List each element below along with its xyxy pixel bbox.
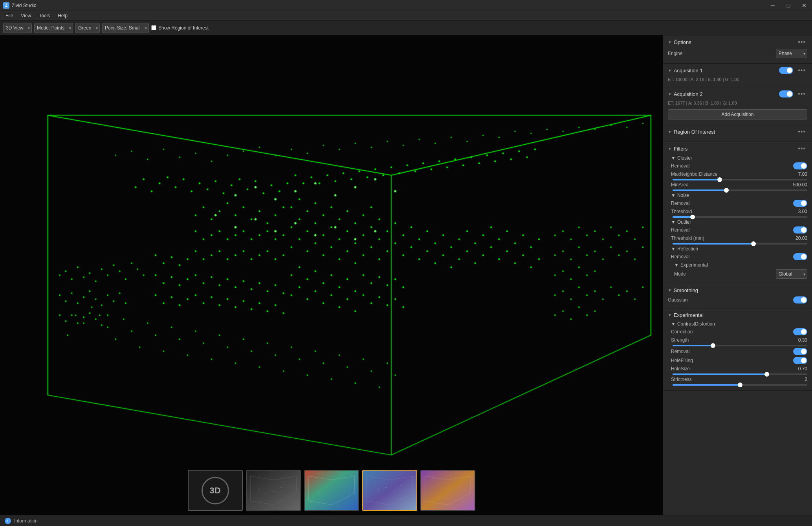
correction-toggle[interactable]: [793, 328, 807, 335]
noise-chevron: ▼: [671, 193, 676, 198]
thumbnail-snr[interactable]: [420, 470, 475, 511]
noise-threshold-slider-track[interactable]: [673, 216, 807, 218]
cluster-removal-toggle[interactable]: [793, 162, 807, 169]
svg-point-179: [195, 230, 196, 232]
close-button[interactable]: ✕: [796, 0, 812, 11]
outlier-subsection: ▼ Outlier Removal Threshold (mm) 20.00: [671, 219, 807, 245]
noise-subsection: ▼ Noise Removal Threshold 3.00: [671, 193, 807, 218]
experimental-header[interactable]: ▼ Experimental: [668, 312, 807, 318]
strength-slider-thumb[interactable]: [711, 343, 715, 348]
acq1-details: ET: 10000 | A: 2.18 | B: 1.80 | G: 1.00: [668, 77, 807, 82]
svg-point-88: [89, 272, 91, 274]
svg-point-199: [258, 254, 260, 256]
roi-header[interactable]: ▼ Region Of Interest •••: [668, 128, 807, 135]
strength-slider-track[interactable]: [673, 345, 807, 346]
hole-size-slider-track[interactable]: [673, 373, 807, 375]
hole-filling-toggle[interactable]: [793, 357, 807, 364]
hole-size-slider-thumb[interactable]: [764, 372, 769, 377]
svg-point-224: [363, 234, 364, 236]
svg-point-245: [163, 282, 164, 284]
mode-select[interactable]: Mode: Points: [34, 23, 73, 33]
acq2-dots[interactable]: •••: [796, 90, 807, 97]
svg-point-221: [339, 238, 340, 240]
svg-point-398: [534, 149, 536, 150]
menu-file[interactable]: File: [2, 12, 17, 19]
thumbnail-3d[interactable]: 3D: [188, 470, 243, 511]
outlier-threshold-value: 20.00: [796, 235, 807, 241]
minimize-button[interactable]: ─: [765, 0, 781, 11]
roi-dots[interactable]: •••: [796, 128, 807, 135]
show-roi-checkbox[interactable]: [151, 25, 156, 30]
color-select[interactable]: Green: [75, 23, 100, 33]
svg-point-56: [227, 154, 228, 156]
acq2-header[interactable]: ▼ Acquisition 2 •••: [668, 90, 807, 97]
svg-point-43: [363, 359, 364, 360]
acq2-toggle[interactable]: [779, 90, 793, 97]
max-neighbor-slider-track[interactable]: [673, 179, 807, 180]
min-area-slider-fill: [673, 189, 726, 191]
outlier-threshold-label: Threshold (mm): [671, 235, 704, 241]
noise-removal-toggle[interactable]: [793, 200, 807, 207]
smoothing-header[interactable]: ▼ Smoothing: [668, 287, 807, 293]
engine-select[interactable]: Phase Stripe: [776, 49, 807, 58]
min-area-slider-track[interactable]: [673, 189, 807, 191]
reflection-removal-toggle[interactable]: [793, 253, 807, 260]
outlier-threshold-slider-track[interactable]: [673, 243, 807, 245]
strictness-slider-thumb[interactable]: [738, 383, 742, 387]
svg-point-246: [171, 276, 172, 278]
strictness-slider-track[interactable]: [673, 384, 807, 386]
maximize-button[interactable]: □: [781, 0, 796, 11]
noise-header[interactable]: ▼ Noise: [671, 193, 807, 198]
show-roi-checkbox-label[interactable]: Show Region of Interest: [151, 25, 209, 31]
outlier-header[interactable]: ▼ Outlier: [671, 219, 807, 225]
thumbnail-normal[interactable]: [362, 470, 417, 511]
menu-tools[interactable]: Tools: [35, 12, 54, 19]
options-header[interactable]: ▼ Options •••: [668, 39, 807, 46]
point-size-select[interactable]: Point Size: Small: [102, 23, 149, 33]
filters-dots[interactable]: •••: [796, 145, 807, 152]
svg-point-220: [330, 226, 332, 228]
noise-threshold-slider-thumb[interactable]: [690, 215, 695, 219]
svg-point-336: [363, 274, 364, 276]
svg-point-189: [275, 238, 276, 240]
svg-point-96: [137, 269, 139, 270]
viewport[interactable]: 3D: [0, 35, 663, 515]
svg-point-329: [306, 298, 308, 300]
hole-size-slider-row: [671, 373, 807, 375]
acq1-toggle[interactable]: [779, 67, 793, 74]
menu-view[interactable]: View: [17, 12, 35, 19]
svg-point-65: [371, 147, 372, 148]
outlier-threshold-slider-thumb[interactable]: [751, 241, 756, 246]
svg-point-91: [107, 274, 108, 276]
outlier-removal-toggle[interactable]: [793, 226, 807, 234]
contrast-distortion-header[interactable]: ▼ ContrastDistortion: [671, 321, 807, 327]
thumbnail-color[interactable]: [304, 470, 359, 511]
svg-point-155: [602, 298, 604, 300]
acq1-dots[interactable]: •••: [796, 67, 807, 74]
svg-point-259: [426, 230, 428, 232]
acq1-header[interactable]: ▼ Acquisition 1 •••: [668, 67, 807, 74]
filters-header[interactable]: ▼ Filters •••: [668, 145, 807, 152]
add-acquisition-button[interactable]: Add Acquisition: [668, 109, 807, 120]
svg-point-127: [618, 235, 620, 236]
min-area-row: MinArea 500.00: [671, 182, 807, 188]
contrast-removal-toggle[interactable]: [793, 348, 807, 355]
gaussian-toggle[interactable]: [793, 296, 807, 303]
svg-point-340: [394, 278, 396, 280]
svg-point-226: [378, 238, 380, 240]
reflection-mode-select[interactable]: Global Local: [776, 269, 807, 279]
view-mode-select[interactable]: 3D View: [3, 23, 32, 33]
refl-experimental-header[interactable]: ▼ Experimental: [674, 262, 807, 268]
svg-point-367: [287, 182, 288, 184]
thumbnail-depth[interactable]: [246, 470, 301, 511]
svg-point-407: [394, 190, 396, 192]
cluster-header[interactable]: ▼ Cluster: [671, 155, 807, 161]
max-neighbor-slider-thumb[interactable]: [717, 177, 722, 182]
svg-point-430: [393, 491, 394, 492]
options-dots[interactable]: •••: [796, 39, 807, 46]
correction-label: Correction: [671, 329, 693, 335]
reflection-header[interactable]: ▼ Reflection: [671, 246, 807, 252]
menu-help[interactable]: Help: [54, 12, 71, 19]
svg-point-239: [155, 254, 156, 256]
min-area-slider-thumb[interactable]: [724, 188, 729, 193]
